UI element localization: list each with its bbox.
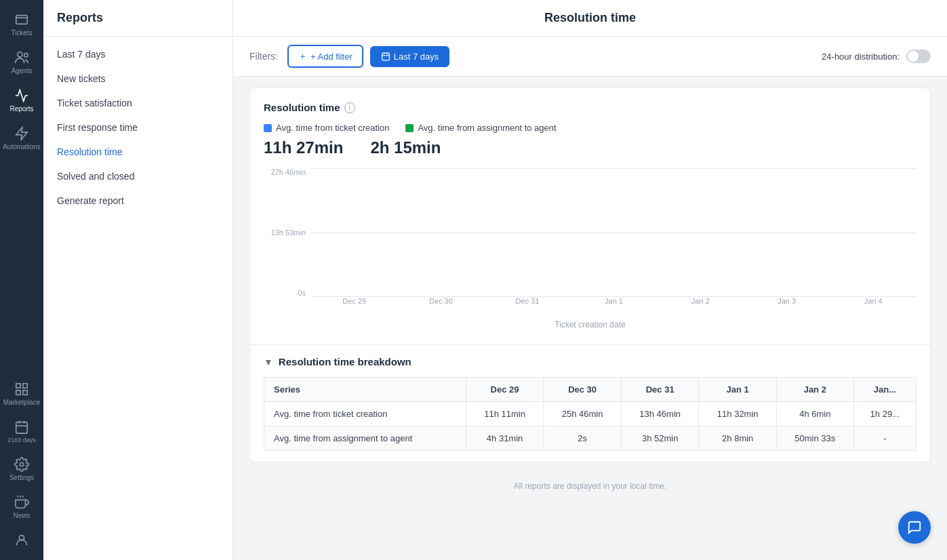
col-jan-more: Jan... — [853, 378, 916, 402]
x-axis-title: Ticket creation date — [264, 317, 916, 338]
chart-legend: Avg. time from ticket creation Avg. time… — [264, 123, 916, 133]
x-label-jan1: Jan 1 — [571, 297, 658, 317]
legend-green-dot — [405, 124, 414, 132]
x-label-jan4: Jan 4 — [830, 297, 916, 317]
distribution-toggle[interactable] — [906, 49, 931, 63]
reports-nav[interactable]: Reports — [0, 81, 43, 119]
add-filter-button[interactable]: ＋ + Add filter — [287, 45, 363, 68]
breakdown-section: ▼ Resolution time breakdown Series Dec 2… — [250, 344, 930, 462]
row1-dec29: 11h 11min — [466, 402, 544, 426]
page-title: Resolution time — [233, 0, 947, 37]
calendar-icon — [381, 52, 390, 61]
svg-rect-0 — [16, 16, 28, 24]
sidebar-title: Reports — [43, 0, 233, 37]
sidebar-menu: Last 7 days New tickets Ticket satisfact… — [43, 37, 233, 218]
y-label-mid: 13h 53min — [271, 228, 306, 237]
profile-nav[interactable] — [0, 526, 43, 555]
col-dec29: Dec 29 — [466, 378, 544, 402]
bars-area — [311, 168, 916, 297]
x-label-dec29: Dec 29 — [311, 297, 398, 317]
settings-nav[interactable]: Settings — [0, 450, 43, 488]
row2-jan-more: - — [853, 426, 916, 451]
x-label-jan3: Jan 3 — [744, 297, 830, 317]
sidebar-item-new-tickets[interactable]: New tickets — [43, 66, 233, 91]
days-nav[interactable]: 2163 days — [0, 413, 43, 450]
x-label-dec31: Dec 31 — [484, 297, 571, 317]
row1-jan-more: 1h 29... — [853, 402, 916, 426]
automations-nav[interactable]: Automations — [0, 119, 43, 157]
col-dec31: Dec 31 — [621, 378, 699, 402]
svg-point-3 — [24, 54, 28, 58]
legend-green: Avg. time from assignment to agent — [405, 123, 556, 133]
col-jan1: Jan 1 — [699, 378, 777, 402]
last7-button[interactable]: Last 7 days — [370, 46, 450, 67]
x-label-dec30: Dec 30 — [398, 297, 485, 317]
breakdown-table: Series Dec 29 Dec 30 Dec 31 Jan 1 Jan 2 … — [264, 377, 916, 451]
marketplace-nav[interactable]: Marketplace — [0, 375, 43, 413]
y-label-top: 27h 46min — [271, 168, 306, 176]
row2-jan2: 50min 33s — [776, 426, 853, 451]
info-icon[interactable]: i — [344, 102, 355, 113]
distribution-label: 24-hour distribution: — [822, 52, 900, 62]
y-label-bottom: 0s — [298, 289, 306, 297]
svg-rect-8 — [23, 391, 27, 395]
chat-icon — [907, 520, 922, 535]
plus-icon: ＋ — [298, 50, 307, 62]
col-jan2: Jan 2 — [776, 378, 853, 402]
sidebar-item-generate-report[interactable]: Generate report — [43, 188, 233, 213]
y-axis: 27h 46min 13h 53min 0s — [264, 168, 311, 297]
sidebar-item-resolution-time[interactable]: Resolution time — [43, 140, 233, 164]
filters-bar: Filters: ＋ + Add filter Last 7 days 24-h… — [233, 37, 947, 77]
svg-rect-5 — [16, 384, 20, 388]
row2-dec30: 2s — [544, 426, 622, 451]
svg-marker-4 — [16, 127, 28, 140]
chart-title: Resolution time — [264, 102, 340, 113]
breakdown-title: Resolution time breakdown — [279, 356, 411, 367]
filters-label: Filters: — [249, 51, 278, 62]
agents-nav[interactable]: Agents — [0, 43, 43, 81]
legend-blue: Avg. time from ticket creation — [264, 123, 389, 133]
breakdown-table-scroll: Series Dec 29 Dec 30 Dec 31 Jan 1 Jan 2 … — [264, 377, 916, 451]
x-label-jan2: Jan 2 — [657, 297, 744, 317]
chevron-icon: ▼ — [264, 357, 273, 367]
svg-point-13 — [20, 462, 24, 466]
row1-jan2: 4h 6min — [776, 402, 853, 426]
sidebar: Reports Last 7 days New tickets Ticket s… — [43, 0, 233, 560]
col-series: Series — [264, 378, 466, 402]
row1-dec30: 25h 46min — [544, 402, 622, 426]
scroll-area: Resolution time i Avg. time from ticket … — [233, 77, 947, 560]
svg-rect-18 — [382, 53, 390, 60]
sidebar-item-first-response[interactable]: First response time — [43, 115, 233, 140]
row2-dec31: 3h 52min — [621, 426, 699, 451]
metrics-row: 11h 27min 2h 15min — [264, 138, 916, 157]
resolution-time-card: Resolution time i Avg. time from ticket … — [249, 87, 931, 462]
breakdown-toggle[interactable]: ▼ Resolution time breakdown — [264, 356, 916, 367]
row2-jan1: 2h 8min — [699, 426, 777, 451]
bar-chart: 27h 46min 13h 53min 0s — [264, 168, 916, 317]
svg-point-2 — [18, 52, 22, 57]
footer-note: All reports are displayed in your local … — [249, 473, 931, 499]
svg-rect-6 — [23, 384, 27, 388]
main-content: Resolution time Filters: ＋ + Add filter … — [233, 0, 947, 560]
row2-dec29: 4h 31min — [466, 426, 544, 451]
legend-blue-dot — [264, 124, 272, 132]
svg-rect-9 — [16, 422, 28, 434]
sidebar-item-solved-closed[interactable]: Solved and closed — [43, 164, 233, 188]
tickets-nav[interactable]: Tickets — [0, 5, 43, 43]
col-dec30: Dec 30 — [544, 378, 622, 402]
metric-blue: 11h 27min — [264, 138, 343, 157]
sidebar-item-ticket-satisfaction[interactable]: Ticket satisfaction — [43, 91, 233, 115]
icon-nav: Tickets Agents Reports Automations Marke… — [0, 0, 43, 560]
sidebar-item-last7days[interactable]: Last 7 days — [43, 42, 233, 66]
row1-label: Avg. time from ticket creation — [264, 402, 466, 426]
chat-bubble[interactable] — [898, 511, 931, 544]
x-axis: Dec 29 Dec 30 Dec 31 Jan 1 Jan 2 Jan 3 J… — [311, 297, 916, 317]
table-row-creation: Avg. time from ticket creation 11h 11min… — [264, 402, 916, 426]
svg-rect-7 — [16, 391, 20, 395]
metric-green: 2h 15min — [370, 138, 441, 157]
table-row-assignment: Avg. time from assignment to agent 4h 31… — [264, 426, 916, 451]
news-nav[interactable]: News — [0, 488, 43, 526]
row2-label: Avg. time from assignment to agent — [264, 426, 466, 451]
row1-jan1: 11h 32min — [699, 402, 777, 426]
row1-dec31: 13h 46min — [621, 402, 699, 426]
